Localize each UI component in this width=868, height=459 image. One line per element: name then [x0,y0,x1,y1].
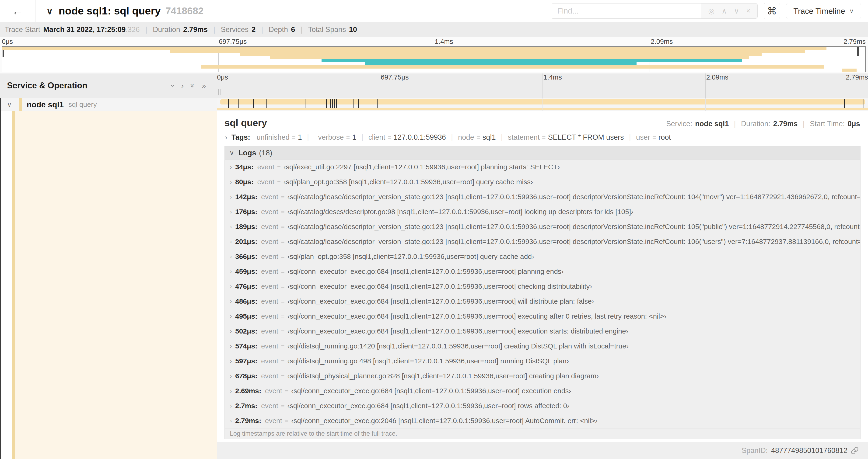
log-expand-chevron-icon[interactable]: › [230,208,232,216]
tags-expand-chevron-icon[interactable]: › [225,133,227,141]
minimap-canvas[interactable] [2,46,866,72]
log-row[interactable]: ›597μs:event=‹sql/distsql_running.go:498… [225,354,860,368]
log-expand-chevron-icon[interactable]: › [230,358,232,365]
collapse-one-icon[interactable]: › [169,85,177,87]
log-expand-chevron-icon[interactable]: › [230,417,232,424]
span-service-name[interactable]: node sql1 [27,100,64,109]
log-row[interactable]: ›176μs:event=‹sql/catalog/descs/descript… [225,204,860,219]
log-expand-chevron-icon[interactable]: › [230,328,232,335]
tag-item[interactable]: node=sql1 [446,133,496,141]
log-message: ‹sql/conn_executor_exec.go:684 [nsql1,cl… [287,312,666,320]
log-marker [842,99,842,109]
logs-header[interactable]: ∨ Logs (18) [225,146,860,160]
equals-sign: = [277,178,281,186]
log-expand-chevron-icon[interactable]: › [230,283,232,290]
tag-item[interactable]: _verbose=1 [302,133,356,141]
log-expand-chevron-icon[interactable]: › [230,253,232,260]
summary-item-label: Services [221,25,248,34]
equals-sign: = [285,387,288,395]
log-expand-chevron-icon[interactable]: › [230,387,232,395]
summary-item-value: 2.79ms [183,25,208,34]
equals-sign: = [388,134,391,141]
log-row[interactable]: ›201μs:event=‹sql/catalog/lease/descript… [225,234,860,249]
tag-item[interactable]: user=root [624,133,671,141]
log-row[interactable]: ›142μs:event=‹sql/catalog/lease/descript… [225,189,860,204]
logs-collapse-chevron-icon[interactable]: ∨ [229,149,234,157]
log-expand-chevron-icon[interactable]: › [230,178,232,186]
summary-item-label: Trace Start [5,25,40,34]
log-row[interactable]: ›2.79ms:event=‹sql/conn_executor_exec.go… [225,413,860,428]
tick-label: 697.75μs [219,38,247,45]
log-row[interactable]: ›495μs:event=‹sql/conn_executor_exec.go:… [225,309,860,324]
log-message: ‹sql/distsql_physical_planner.go:828 [ns… [287,372,599,380]
summary-item-label: Depth [269,25,288,34]
detail-meta-value: 0μs [848,120,860,128]
log-row[interactable]: ›189μs:event=‹sql/catalog/lease/descript… [225,219,860,234]
log-expand-chevron-icon[interactable]: › [230,193,232,201]
log-expand-chevron-icon[interactable]: › [230,268,232,275]
log-message: ‹sql/conn_executor_exec.go:684 [nsql1,cl… [287,283,592,290]
back-button[interactable]: ← [0,0,35,22]
logs-count: (18) [259,149,272,157]
deep-link-icon[interactable] [851,447,859,455]
log-expand-chevron-icon[interactable]: › [230,313,232,320]
log-row[interactable]: ›459μs:event=‹sql/conn_executor_exec.go:… [225,264,860,279]
log-expand-chevron-icon[interactable]: › [230,223,232,230]
log-timestamp: 495μs: [235,312,257,320]
chevron-down-icon: ∨ [849,7,854,15]
summary-item: Duration2.79ms [140,25,208,34]
log-row[interactable]: ›486μs:event=‹sql/conn_executor_exec.go:… [225,294,860,309]
log-marker [332,99,333,109]
log-row[interactable]: ›366μs:event=‹sql/plan_opt.go:358 [nsql1… [225,249,860,264]
prev-result-icon[interactable]: ∧ [721,7,727,15]
expand-all-icon[interactable]: » [202,81,206,90]
back-arrow-icon: ← [12,4,24,18]
keyboard-shortcuts-button[interactable]: ⌘ [764,3,780,19]
tag-item[interactable]: _unfinished=1 [252,133,302,141]
tag-item[interactable]: client=127.0.0.1:59936 [356,133,446,141]
log-message: ‹sql/plan_opt.go:358 [nsql1,client=127.0… [283,178,533,186]
equals-sign: = [281,193,284,201]
log-row[interactable]: ›34μs:event=‹sql/exec_util.go:2297 [nsql… [225,160,860,174]
collapse-trace-chevron-icon[interactable]: ∨ [46,6,53,16]
log-timestamp: 2.7ms: [235,402,257,410]
trace-view-dropdown[interactable]: Trace Timeline ∨ [786,3,861,19]
left-edge-strip [0,98,1,111]
tag-item[interactable]: statement=SELECT * FROM users [496,133,624,141]
tick-label: 2.09ms [706,73,728,81]
expand-one-icon[interactable]: › [181,81,184,90]
log-expand-chevron-icon[interactable]: › [230,342,232,350]
collapse-all-icon[interactable]: » [189,84,197,88]
equals-sign: = [281,358,284,365]
log-row[interactable]: ›574μs:event=‹sql/distsql_running.go:142… [225,339,860,354]
match-highlight-icon[interactable]: ◎ [708,7,714,15]
summary-item: Trace StartMarch 31 2022, 17:25:09.326 [5,25,140,34]
next-result-icon[interactable]: ∨ [734,7,739,15]
clear-search-icon[interactable]: × [746,7,750,15]
log-expand-chevron-icon[interactable]: › [230,402,232,409]
log-expand-chevron-icon[interactable]: › [230,163,232,171]
log-expand-chevron-icon[interactable]: › [230,238,232,245]
log-row[interactable]: ›502μs:event=‹sql/conn_executor_exec.go:… [225,324,860,339]
column-resizer-handle[interactable] [218,89,220,95]
span-row[interactable]: ∨ node sql1 sql query [0,98,868,111]
log-row[interactable]: ›476μs:event=‹sql/conn_executor_exec.go:… [225,279,860,294]
log-row[interactable]: ›678μs:event=‹sql/distsql_physical_plann… [225,368,860,384]
log-timestamp: 597μs: [235,357,257,365]
trace-timeline-page: ← ∨ node sql1: sql query 7418682 ◎ ∧ ∨ ×… [0,0,868,459]
minimap-right-drag-handle[interactable] [857,47,859,56]
top-bar-right: ◎ ∧ ∨ × ⌘ Trace Timeline ∨ [551,3,868,19]
log-expand-chevron-icon[interactable]: › [230,372,232,380]
log-expand-chevron-icon[interactable]: › [230,298,232,305]
span-id-row: SpanID: 4877749850101760812 [217,442,868,459]
span-collapse-chevron-icon[interactable]: ∨ [7,101,12,108]
equals-sign: = [281,208,284,216]
log-marker [253,99,254,109]
tags-row[interactable]: › Tags: _unfinished=1_verbose=1client=12… [217,131,868,146]
tags-label: Tags: [231,133,250,141]
log-timestamp: 176μs: [235,208,257,216]
find-input[interactable] [551,3,701,19]
log-row[interactable]: ›2.7ms:event=‹sql/conn_executor_exec.go:… [225,398,860,413]
log-row[interactable]: ›80μs:event=‹sql/plan_opt.go:358 [nsql1,… [225,174,860,189]
log-row[interactable]: ›2.69ms:event=‹sql/conn_executor_exec.go… [225,384,860,398]
